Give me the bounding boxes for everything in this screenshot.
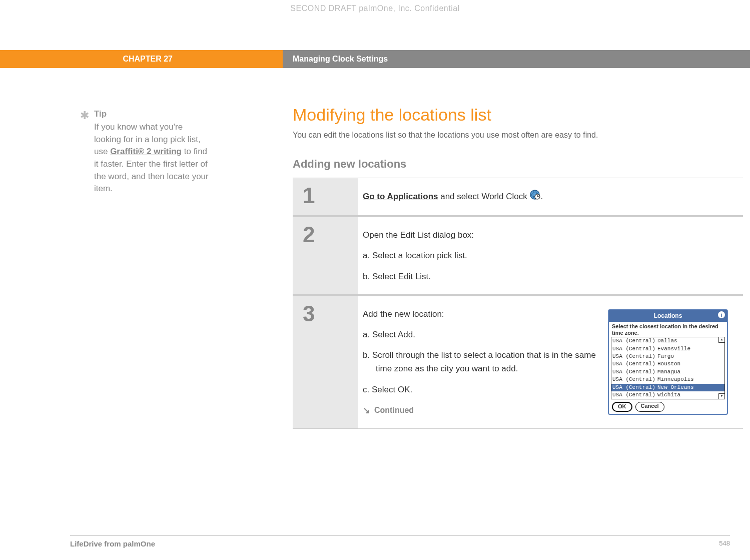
continued-row: ↘ Continued [363, 403, 598, 418]
city-cell: Dallas [657, 337, 723, 345]
zone-cell: USA (Central) [612, 360, 657, 368]
ok-button[interactable]: OK [612, 402, 632, 411]
step1-rest: and select World Clock [438, 192, 529, 201]
dialog-titlebar: Locations i [609, 310, 727, 322]
list-item[interactable]: USA (Central)Managua [611, 368, 724, 376]
dialog-title: Locations [654, 312, 682, 319]
chapter-label: CHAPTER 27 [0, 50, 283, 68]
step3-a: a. Select Add. [363, 328, 598, 341]
step2-b: b. Select Edit List. [363, 270, 733, 283]
link-go-to-applications[interactable]: Go to Applications [363, 192, 438, 201]
main-content: Modifying the locations list You can edi… [293, 105, 743, 429]
page-heading: Modifying the locations list [293, 105, 743, 125]
step2-a: a. Select a location pick list. [363, 249, 733, 262]
step3-b: b. Scroll through the list to select a l… [363, 348, 598, 375]
step-row-3: 3 Add the new location: a. Select Add. b… [293, 296, 743, 429]
step-number: 2 [293, 217, 358, 294]
step-number: 1 [293, 178, 358, 215]
city-cell: Evansville [657, 345, 723, 353]
zone-cell: USA (Central) [612, 384, 657, 391]
watermark-text: SECOND DRAFT palmOne, Inc. Confidential [0, 4, 750, 13]
step-number: 3 [293, 296, 358, 429]
city-cell: Wichita [657, 391, 723, 399]
info-icon: i [718, 311, 725, 318]
continued-arrow-icon: ↘ [363, 403, 370, 418]
list-item[interactable]: USA (Central)Minneapolis [611, 376, 724, 383]
zone-cell: USA (Central) [612, 391, 657, 399]
step1-period: . [540, 192, 543, 201]
list-item[interactable]: USA (Central)Evansville [611, 345, 724, 353]
tip-body: If you know what you're looking for in a… [94, 121, 210, 195]
dialog-instruction: Select the closest location in the desir… [609, 322, 727, 337]
list-item[interactable]: USA (Central)Fargo [611, 353, 724, 360]
step2-lead: Open the Edit List dialog box: [363, 228, 733, 242]
step3-lead: Add the new location: [363, 307, 598, 321]
tip-heading: Tip [94, 109, 210, 119]
cancel-button[interactable]: Cancel [635, 402, 664, 411]
tip-link-graffiti[interactable]: Graffiti® 2 writing [110, 147, 182, 156]
section-heading: Adding new locations [293, 158, 743, 171]
chapter-title: Managing Clock Settings [283, 50, 750, 68]
list-item[interactable]: USA (Central)Dallas [611, 337, 724, 345]
zone-cell: USA (Central) [612, 337, 657, 345]
zone-cell: USA (Central) [612, 368, 657, 376]
locations-listbox[interactable]: ▴ USA (Central)Dallas USA (Central)Evans… [611, 337, 725, 399]
list-item[interactable]: USA (Central)Houston [611, 360, 724, 368]
list-item[interactable]: USA (Central)Wichita [611, 391, 724, 399]
step3-c: c. Select OK. [363, 383, 598, 396]
city-cell: New Orleans [657, 384, 723, 391]
zone-cell: USA (Central) [612, 345, 657, 353]
city-cell: Managua [657, 368, 723, 376]
city-cell: Fargo [657, 353, 723, 360]
city-cell: Houston [657, 360, 723, 368]
scroll-down-icon[interactable]: ▾ [718, 393, 724, 399]
city-cell: Minneapolis [657, 376, 723, 383]
sidebar-tip: ✱ Tip If you know what you're looking fo… [80, 109, 210, 195]
page-footer: LifeDrive from palmOne 548 [70, 535, 730, 548]
header-bar: CHAPTER 27 Managing Clock Settings [0, 50, 750, 68]
continued-label: Continued [374, 404, 414, 417]
locations-dialog-screenshot: Locations i Select the closest location … [608, 309, 728, 415]
zone-cell: USA (Central) [612, 376, 657, 383]
intro-text: You can edit the locations list so that … [293, 131, 743, 140]
footer-product: LifeDrive from palmOne [70, 539, 155, 548]
scroll-up-icon[interactable]: ▴ [718, 337, 724, 343]
world-clock-icon [529, 189, 540, 204]
step-row-2: 2 Open the Edit List dialog box: a. Sele… [293, 217, 743, 296]
step-row-1: 1 Go to Applications and select World Cl… [293, 178, 743, 217]
list-item-selected[interactable]: USA (Central)New Orleans [611, 384, 724, 391]
steps-table: 1 Go to Applications and select World Cl… [293, 178, 743, 429]
dialog-button-row: OK Cancel [609, 399, 727, 413]
zone-cell: USA (Central) [612, 353, 657, 360]
footer-page-number: 548 [719, 539, 730, 548]
tip-star-icon: ✱ [80, 110, 89, 121]
